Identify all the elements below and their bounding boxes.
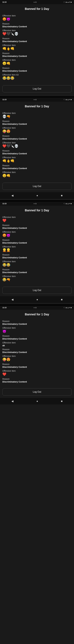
field-label-7: Reason — [2, 268, 72, 271]
nav-bar: ◀●■ — [0, 398, 74, 404]
logout-button[interactable]: Log Out — [2, 85, 72, 92]
logout-button-container: Log Out — [0, 284, 74, 296]
content-area: Offensive Item❤️ReasonDiscriminatory Con… — [0, 214, 74, 284]
field-label-5: Reason — [2, 52, 72, 54]
logout-button-container: Log Out — [0, 83, 74, 95]
nav-back-button[interactable]: ◀ — [8, 193, 16, 198]
field-label-2: Offensive Item — [2, 231, 72, 233]
field-label-5: Offensive Item — [2, 355, 72, 357]
nav-back-button[interactable]: ◀ — [8, 399, 16, 404]
emoji-value-0: 💀🔫 — [2, 114, 72, 118]
nav-home-button[interactable]: ● — [34, 399, 41, 404]
field-label-0: Reason — [2, 320, 72, 322]
field-label-7: Offensive Item — [2, 370, 72, 372]
emoji-value-8: 😠👊 — [2, 174, 72, 178]
status-bar: 12:23 ∞ ⊙ ☾ ◈ ▲ ▾ ■ — [0, 202, 74, 206]
emoji-value-4: ❤️🖤🔪💀 — [2, 144, 72, 148]
page-header: Banned for 1 Day — [0, 310, 74, 318]
status-bar: 12:23 ∞ ⊙ ☾ ◈ ▲ ▾ ■ — [0, 98, 74, 102]
nav-recent-button[interactable]: ■ — [58, 399, 66, 404]
field-label-2: Offensive Item — [2, 127, 72, 129]
status-center-icons: ∞ ⊙ — [34, 203, 37, 204]
page-header: Banned for 1 Day — [0, 4, 74, 12]
emoji-value-4: 👱👱 — [2, 248, 72, 252]
nav-home-button[interactable]: ● — [34, 298, 41, 302]
content-area: Offensive Item😡😈ReasonDiscriminatory Con… — [0, 12, 74, 83]
field-label-7: Reason — [2, 67, 72, 69]
status-right-icons: ☾ ◈ ▲ ▾ ■ — [64, 1, 72, 3]
field-label-1: Reason — [2, 120, 72, 122]
screen-separator — [0, 200, 74, 202]
screen-separator — [0, 96, 74, 98]
status-bar: 12:23 ∞ ⊙ ☾ ◈ ▲ ▾ ■ — [0, 0, 74, 4]
emoji-value-2: 😡😈 — [2, 234, 72, 237]
status-center-icons: ∞ ⊙ — [34, 1, 37, 3]
nav-home-button[interactable]: ● — [34, 194, 41, 198]
content-area: Offensive Item💀🔫ReasonDiscriminatory Con… — [0, 110, 74, 180]
field-label-3: Reason — [2, 239, 72, 241]
field-value-3: Discriminatory Content — [2, 242, 72, 244]
field-value-2: Discriminatory Content — [2, 338, 72, 340]
field-label-6: Offensive Item — [2, 59, 72, 61]
emoji-value-1: 😈 — [2, 330, 72, 333]
field-value-1: Discriminatory Content — [2, 123, 72, 125]
status-time: 12:23 — [2, 203, 6, 204]
field-value-3: ak — [2, 344, 72, 347]
status-time: 12:23 — [2, 307, 6, 308]
screen-2: 12:23 ∞ ⊙ ☾ ◈ ▲ ▾ ■ Banned for 1 DayOffe… — [0, 98, 74, 200]
field-label-8: Reason — [2, 378, 72, 380]
status-right-icons: ☾ ◈ ▲ ▾ ■ — [64, 307, 72, 309]
field-label-3: Offensive Item — [2, 342, 72, 344]
emoji-value-6: 😠👊 — [2, 62, 72, 65]
logout-button-container: Log Out — [0, 386, 74, 398]
field-label-4: Offensive Item — [2, 44, 72, 46]
field-value-7: Discriminatory Content — [2, 167, 72, 170]
field-value-7: Discriminatory Content — [2, 271, 72, 274]
logout-button[interactable]: Log Out — [2, 287, 72, 294]
status-bar: 12:23 ∞ ⊙ ☾ ◈ ▲ ▾ ■ — [0, 306, 74, 310]
field-label-1: Reason — [2, 22, 72, 25]
logout-button[interactable]: Log Out — [2, 388, 72, 396]
field-label-2: Reason — [2, 335, 72, 337]
status-center-icons: ∞ ⊙ — [34, 307, 37, 309]
field-label-0: Offensive Item — [2, 216, 72, 218]
emoji-value-4: 👊🖕👊 — [2, 47, 72, 50]
nav-back-button[interactable]: ◀ — [8, 297, 16, 302]
field-label-3: Reason — [2, 37, 72, 40]
field-value-8: Discriminatory Content — [2, 380, 72, 383]
emoji-value-5: 😜😍 — [2, 358, 72, 362]
nav-bar: ◀●■ — [0, 296, 74, 303]
field-label-4: Offensive Item — [2, 142, 72, 144]
screen-4: 12:23 ∞ ⊙ ☾ ◈ ▲ ▾ ■ Banned for 1 DayReas… — [0, 306, 74, 406]
field-label-1: Offensive Item — [2, 327, 72, 329]
emoji-value-8: 😂🔫 — [2, 278, 72, 282]
status-time: 12:23 — [2, 99, 6, 100]
emoji-value-8: 😂😂😂 — [2, 76, 72, 80]
status-center-icons: ∞ ⊙ — [34, 99, 37, 100]
status-right-icons: ☾ ◈ ▲ ▾ ■ — [64, 99, 72, 100]
status-time: 12:23 — [2, 1, 6, 3]
field-value-3: Discriminatory Content — [2, 138, 72, 140]
logout-button[interactable]: Log Out — [2, 183, 72, 190]
screen-3: 12:23 ∞ ⊙ ☾ ◈ ▲ ▾ ■ Banned for 1 DayOffe… — [0, 202, 74, 304]
emoji-value-7: ❤️ — [2, 372, 72, 376]
emoji-value-6: 👊🖕👊 — [2, 159, 72, 163]
field-value-5: Discriminatory Content — [2, 152, 72, 155]
field-label-6: Reason — [2, 363, 72, 365]
nav-recent-button[interactable]: ■ — [58, 298, 66, 302]
field-value-7: Discriminatory Content — [2, 70, 72, 72]
emoji-value-2: 😜😍 — [2, 130, 72, 133]
field-label-7: Reason — [2, 164, 72, 167]
field-label-3: Reason — [2, 135, 72, 137]
screen-separator — [0, 304, 74, 306]
field-value-6: Discriminatory Content — [2, 366, 72, 368]
screen-1: 12:23 ∞ ⊙ ☾ ◈ ▲ ▾ ■ Banned for 1 DayOffe… — [0, 0, 74, 96]
content-area: ReasonDiscriminatory ContentOffensive It… — [0, 318, 74, 386]
field-label-1: Reason — [2, 224, 72, 226]
field-label-8: Offensive Item — [2, 275, 72, 278]
emoji-value-6: 😂😂 — [2, 263, 72, 267]
field-label-0: Offensive Item — [2, 14, 72, 17]
field-label-5: Reason — [2, 254, 72, 256]
emoji-value-0: ❤️ — [2, 219, 72, 222]
nav-recent-button[interactable]: ■ — [58, 194, 66, 198]
